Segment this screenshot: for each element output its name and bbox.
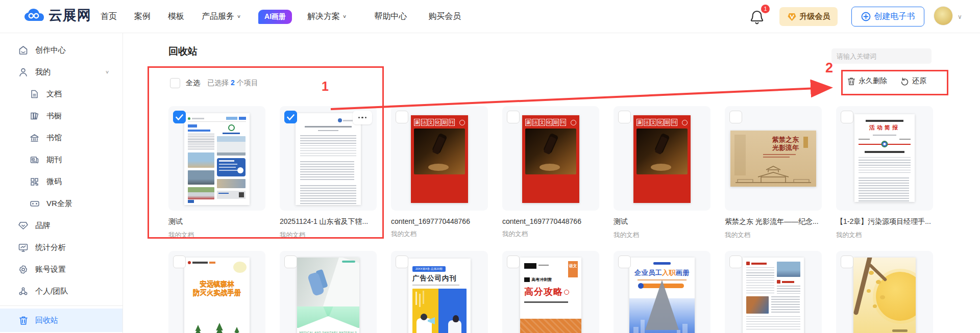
document-card[interactable]: 廉洁文化期刊 content_1697770448766 我的文档: [391, 106, 488, 239]
vr-goggles-icon: [30, 199, 39, 209]
card-folder: 我的文档: [836, 231, 933, 240]
nav-templates[interactable]: 模板: [168, 11, 184, 22]
nav-cases[interactable]: 案例: [134, 11, 151, 22]
card-checkbox[interactable]: [507, 111, 520, 123]
logo[interactable]: 云展网: [23, 6, 91, 24]
ad-illustration: [412, 289, 467, 333]
nav-buy-membership[interactable]: 购买会员: [428, 11, 461, 22]
sidebar-item-team[interactable]: 个人/团队: [0, 280, 122, 302]
card-checkbox[interactable]: [284, 255, 297, 268]
gavel-photo: [414, 129, 465, 174]
books-icon: [30, 111, 39, 121]
search-input[interactable]: [837, 53, 926, 60]
card-folder: 我的文档: [391, 230, 488, 239]
card-folder: 我的文档: [502, 230, 599, 239]
sidebar-item-microcode[interactable]: 微码: [0, 171, 122, 193]
restore-button[interactable]: 还原: [900, 76, 926, 86]
sidebar-item-recycle-bin[interactable]: 回收站: [0, 309, 122, 332]
sidebar-item-bookshelf[interactable]: 书橱: [0, 105, 122, 127]
document-card[interactable]: 企业员工入职画册: [614, 251, 710, 333]
document-card[interactable]: 廉洁文化期刊 测试 我的文档: [614, 106, 710, 239]
trash-icon: [847, 77, 855, 86]
creation-center-icon: [18, 45, 28, 55]
card-checkbox[interactable]: [841, 111, 853, 123]
annotation-number-1: 1: [322, 79, 329, 94]
document-card[interactable]: 20251124-1 山东省及下辖... 我的文档: [280, 106, 377, 239]
sidebar-item-account-settings[interactable]: 账号设置: [0, 259, 122, 280]
card-checkbox[interactable]: [396, 111, 408, 123]
sidebar-item-stats[interactable]: 统计分析: [0, 237, 122, 259]
card-checkbox[interactable]: [841, 255, 853, 268]
card-checkbox[interactable]: [618, 111, 631, 123]
ai-album-badge[interactable]: AI画册: [258, 10, 292, 24]
card-checkbox[interactable]: [618, 255, 631, 268]
thumbnail-onboarding-album: 企业员工入职画册: [629, 258, 695, 333]
notification-bell[interactable]: 1: [749, 8, 767, 25]
gavel-photo: [525, 129, 576, 174]
more-options-button[interactable]: [353, 111, 372, 124]
document-card[interactable]: 尊享礼遇，共贺中秋: [836, 251, 933, 333]
thumbnail-medical-cover: MEDICAL AND SANITARY MATERIALS 医用卫生材料: [297, 258, 359, 333]
card-checkbox[interactable]: [396, 255, 408, 268]
sidebar-item-brand[interactable]: 品牌: [0, 215, 122, 237]
document-card[interactable]: 安远镇森林防灭火实战手册: [168, 251, 265, 333]
thumbnail-text-document: [296, 113, 361, 205]
document-card[interactable]: 紫禁之东光影流年 紫禁之东 光影流年——纪念... 我的文档: [725, 106, 822, 239]
document-card[interactable]: 语文 高考冲刺营 高分攻略: [502, 251, 599, 333]
restore-icon: [900, 77, 909, 86]
thumbnail-forest-manual: 安远镇森林防灭火实战手册: [184, 258, 250, 333]
chevron-down-icon: ∨: [342, 14, 347, 19]
thumbnail-mid-autumn: 尊享礼遇，共贺中秋: [853, 258, 916, 333]
card-folder: 我的文档: [725, 231, 822, 240]
library-building-icon: [30, 133, 39, 143]
qr-code-icon: [30, 177, 39, 187]
sidebar-item-journal[interactable]: 期刊: [0, 149, 122, 171]
upgrade-membership-button[interactable]: 升级会员: [779, 7, 838, 26]
gavel-photo: [636, 129, 688, 174]
document-card[interactable]: 测试 我的文档: [168, 106, 265, 239]
nav-solutions[interactable]: 解决方案∨: [307, 11, 347, 22]
card-checkbox-checked[interactable]: [284, 111, 297, 123]
user-avatar[interactable]: [934, 6, 953, 25]
document-card[interactable]: 20XX第X卷·总第20期 广告公司内刊: [391, 251, 488, 333]
plus-circle-icon: [861, 12, 871, 21]
nav-products[interactable]: 产品服务∨: [202, 11, 241, 22]
sidebar-item-library[interactable]: 书馆: [0, 127, 122, 149]
document-card[interactable]: [725, 251, 822, 333]
card-checkbox[interactable]: [729, 255, 742, 268]
magazine-logo-icon: [459, 120, 465, 125]
document-card[interactable]: 廉洁文化期刊 content_1697770448766 我的文档: [502, 106, 599, 239]
gear-icon: [18, 265, 28, 274]
nav-help[interactable]: 帮助中心: [374, 11, 407, 22]
magazine-logo-icon: [682, 120, 688, 125]
card-title: 【1-2章】污染源项目经理手...: [836, 217, 933, 226]
newspaper-icon: [30, 155, 39, 165]
card-checkbox[interactable]: [729, 111, 742, 123]
card-title: 测试: [614, 217, 710, 226]
select-all-checkbox[interactable]: [170, 78, 180, 88]
card-checkbox-checked[interactable]: [173, 111, 186, 123]
notification-count-badge: 1: [761, 5, 770, 13]
document-card[interactable]: 活动简报 【1-2章】污染源项目经理手... 我的文档: [836, 106, 933, 239]
brand-diamond-icon: [18, 221, 28, 230]
chevron-down-icon[interactable]: ∨: [105, 69, 109, 74]
document-card[interactable]: MEDICAL AND SANITARY MATERIALS 医用卫生材料: [280, 251, 377, 333]
chevron-down-icon[interactable]: ∨: [958, 13, 962, 20]
selection-row: 全选 已选择2个项目: [170, 78, 258, 88]
card-checkbox[interactable]: [173, 255, 186, 268]
check-icon: [287, 114, 295, 120]
card-checkbox[interactable]: [507, 255, 520, 268]
sidebar-item-docs[interactable]: 文档: [0, 83, 122, 105]
sidebar-item-vr[interactable]: VR全景: [0, 193, 122, 215]
nav-home[interactable]: 首页: [101, 11, 117, 22]
permanent-delete-button[interactable]: 永久删除: [847, 76, 887, 86]
sidebar-item-mine[interactable]: 我的 ∨: [0, 61, 122, 83]
thumbnail-magazine-cover: 廉洁文化期刊: [633, 115, 691, 203]
sidebar-item-creation-center[interactable]: 创作中心: [0, 39, 122, 61]
chevron-down-icon: ∨: [237, 14, 241, 19]
magazine-title: 廉洁文化期刊: [525, 119, 576, 126]
thumbnail-ad-journal: 20XX第X卷·总第20期 广告公司内刊: [408, 259, 471, 333]
thumbnail-gaokao-guide: 语文 高考冲刺营 高分攻略: [520, 258, 581, 333]
thumbnail-activity-report: 活动简报: [854, 114, 915, 202]
create-ebook-button[interactable]: 创建电子书: [851, 7, 924, 27]
